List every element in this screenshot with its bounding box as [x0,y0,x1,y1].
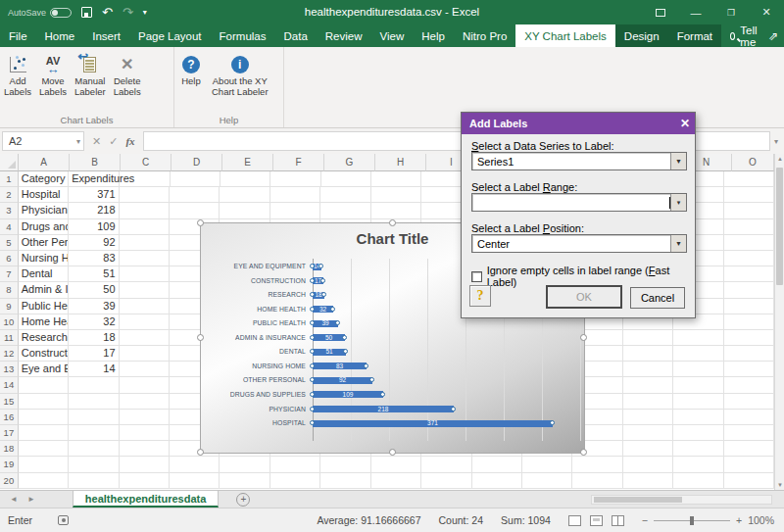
cell-b6[interactable]: 83 [69,251,119,266]
cell-o16[interactable] [724,410,774,425]
cell-a4[interactable]: Drugs and [19,219,69,235]
cell-o10[interactable] [724,314,774,330]
macro-record-icon[interactable] [58,515,69,525]
tab-file[interactable]: File [0,24,36,47]
row-header-10[interactable]: 10 [0,314,19,330]
manual-labeler-button[interactable]: ↩Manual Labeler [71,51,110,100]
tab-xy-chart-labels[interactable]: XY Chart Labels [515,24,615,47]
cell-a18[interactable] [19,441,69,457]
cell-b15[interactable] [69,394,119,410]
name-box-dropdown-icon[interactable]: ▾ [76,137,83,146]
cell-o5[interactable] [724,235,774,251]
series-combobox[interactable]: Series1 ▼ [471,152,687,170]
cell-f2[interactable] [270,187,320,203]
cell-b7[interactable]: 51 [69,266,119,282]
chart-selection-handle-icon[interactable] [389,449,396,456]
row-header-8[interactable]: 8 [0,282,19,298]
cell-c7[interactable] [120,266,170,282]
select-all-corner[interactable] [0,154,19,171]
tab-insert[interactable]: Insert [83,24,129,47]
column-header-f[interactable]: F [273,154,324,171]
chart-selection-handle-icon[interactable] [580,449,587,456]
sheet-nav-left-icon[interactable]: ◄ [10,495,18,504]
cell-h2[interactable] [371,187,421,203]
cell-f19[interactable] [270,457,320,472]
cell-k19[interactable] [522,457,572,472]
cell-g1[interactable] [321,171,371,187]
cell-b11[interactable]: 18 [69,330,119,346]
cell-o14[interactable] [724,377,774,393]
cell-o13[interactable] [724,362,774,377]
chart-bar[interactable]: 51 [313,349,346,356]
cell-d19[interactable] [170,457,220,472]
column-header-e[interactable]: E [222,154,273,171]
cell-n11[interactable] [673,330,723,346]
tab-review[interactable]: Review [317,24,371,47]
row-header-4[interactable]: 4 [0,219,19,235]
cell-m14[interactable] [623,377,673,393]
cell-a10[interactable]: Home Hea [19,314,69,330]
range-input[interactable]: ▾ [471,193,687,212]
name-box[interactable]: A2 ▾ [2,131,84,151]
cell-m17[interactable] [623,425,673,441]
enter-entry-icon[interactable]: ✓ [109,135,118,148]
cell-o2[interactable] [724,187,774,203]
column-header-g[interactable]: G [324,154,375,171]
horizontal-scroll-thumb[interactable] [594,497,682,503]
save-icon[interactable] [81,7,92,18]
cell-o8[interactable] [724,282,774,298]
cell-a14[interactable] [19,377,69,393]
cell-c5[interactable] [120,235,170,251]
cell-o18[interactable] [724,441,774,457]
cell-b10[interactable]: 32 [69,314,119,330]
cell-b16[interactable] [69,410,119,425]
series-dropdown-icon[interactable]: ▼ [670,153,686,169]
cell-o19[interactable] [724,457,774,472]
tab-format[interactable]: Format [668,24,721,47]
cell-b20[interactable] [69,473,119,489]
cell-k20[interactable] [522,473,572,489]
maximize-button[interactable]: ❐ [713,0,749,24]
row-header-13[interactable]: 13 [0,362,19,377]
cell-a5[interactable]: Other Per [19,235,69,251]
row-header-5[interactable]: 5 [0,235,19,251]
cell-f1[interactable] [270,171,320,187]
row-header-11[interactable]: 11 [0,330,19,346]
cell-m20[interactable] [623,473,673,489]
cell-b12[interactable]: 17 [69,346,119,362]
cell-m13[interactable] [623,362,673,377]
row-header-7[interactable]: 7 [0,266,19,282]
new-sheet-icon[interactable]: + [236,493,250,507]
cell-b14[interactable] [69,377,119,393]
column-header-a[interactable]: A [19,154,70,171]
cell-o9[interactable] [724,299,774,314]
minimize-button[interactable]: — [678,0,713,24]
chart-selection-handle-icon[interactable] [580,334,587,341]
zoom-slider-thumb[interactable] [690,516,694,525]
vertical-scroll-thumb[interactable] [776,168,783,285]
position-dropdown-icon[interactable]: ▼ [670,235,686,252]
cell-o4[interactable] [724,219,774,235]
cell-g19[interactable] [320,457,370,472]
cell-m11[interactable] [623,330,673,346]
cell-c12[interactable] [120,346,170,362]
cell-m16[interactable] [623,410,673,425]
cell-d20[interactable] [170,473,220,489]
cell-g2[interactable] [320,187,370,203]
row-header-9[interactable]: 9 [0,299,19,314]
row-header-15[interactable]: 15 [0,394,19,410]
share-icon[interactable]: ⇗ [768,24,778,47]
chart-selection-handle-icon[interactable] [197,219,204,226]
cell-e19[interactable] [220,457,270,472]
cell-c8[interactable] [120,282,170,298]
cell-o3[interactable] [724,203,774,218]
cell-c11[interactable] [120,330,170,346]
cell-n12[interactable] [673,346,723,362]
cell-m18[interactable] [623,441,673,457]
cell-e1[interactable] [220,171,270,187]
cell-a11[interactable]: Research [19,330,69,346]
cell-a15[interactable] [19,394,69,410]
cell-j19[interactable] [472,457,522,472]
cell-m15[interactable] [623,394,673,410]
chart-bar[interactable]: 92 [313,377,372,384]
